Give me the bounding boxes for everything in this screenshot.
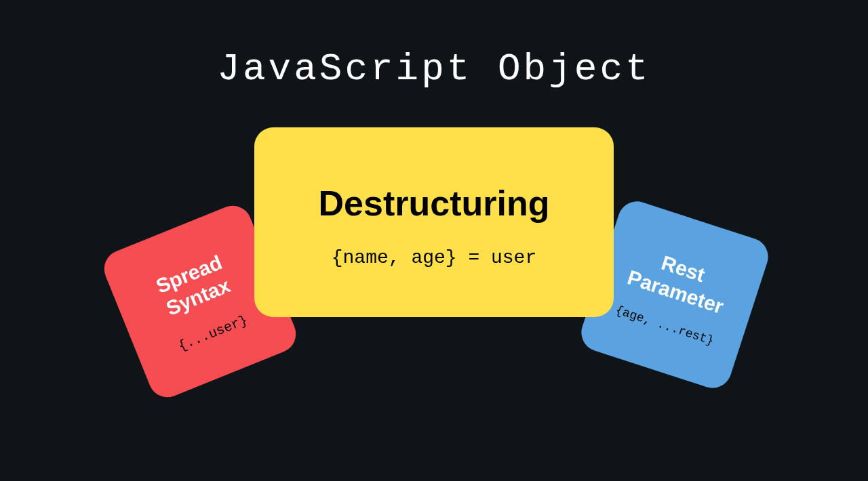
spread-code-example: {...user} — [176, 312, 250, 354]
spread-card-title: Spread Syntax — [153, 250, 235, 321]
destructuring-card-title: Destructuring — [319, 183, 550, 224]
destructuring-card: Destructuring {name, age} = user — [254, 127, 614, 317]
page-title: JavaScript Object — [217, 47, 650, 91]
destructuring-code-example: {name, age} = user — [332, 247, 536, 268]
rest-card-title: Rest Parameter — [625, 242, 734, 319]
